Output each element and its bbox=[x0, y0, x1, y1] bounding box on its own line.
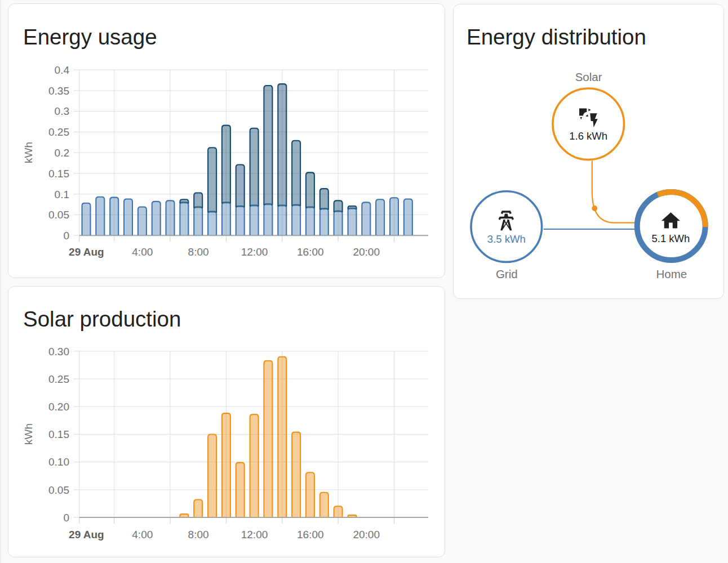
svg-text:5.1 kWh: 5.1 kWh bbox=[651, 233, 690, 244]
svg-text:0.15: 0.15 bbox=[48, 168, 69, 180]
svg-text:16:00: 16:00 bbox=[297, 246, 324, 258]
svg-text:0.15: 0.15 bbox=[48, 428, 69, 440]
svg-text:29 Aug: 29 Aug bbox=[69, 246, 104, 258]
svg-text:0.3: 0.3 bbox=[55, 105, 69, 117]
svg-text:0: 0 bbox=[63, 512, 69, 524]
svg-text:29 Aug: 29 Aug bbox=[69, 529, 104, 540]
svg-text:0.2: 0.2 bbox=[55, 147, 69, 159]
svg-text:0.20: 0.20 bbox=[48, 401, 69, 413]
svg-text:0.1: 0.1 bbox=[55, 189, 69, 200]
svg-text:3.5 kWh: 3.5 kWh bbox=[487, 233, 526, 245]
svg-text:Solar: Solar bbox=[575, 70, 602, 83]
svg-text:0: 0 bbox=[63, 230, 69, 242]
svg-text:Home: Home bbox=[656, 267, 687, 280]
svg-text:0.05: 0.05 bbox=[48, 209, 69, 221]
svg-text:12:00: 12:00 bbox=[241, 529, 268, 540]
svg-text:20:00: 20:00 bbox=[353, 529, 380, 540]
svg-text:20:00: 20:00 bbox=[353, 246, 380, 258]
svg-text:0.25: 0.25 bbox=[48, 373, 69, 385]
svg-text:8:00: 8:00 bbox=[188, 246, 209, 258]
svg-text:0.30: 0.30 bbox=[48, 346, 69, 358]
svg-text:4:00: 4:00 bbox=[132, 529, 153, 540]
svg-text:1.6 kWh: 1.6 kWh bbox=[569, 130, 607, 142]
svg-text:12:00: 12:00 bbox=[241, 246, 268, 258]
svg-text:4:00: 4:00 bbox=[132, 246, 153, 258]
svg-text:0.25: 0.25 bbox=[48, 126, 69, 138]
svg-text:0.35: 0.35 bbox=[48, 85, 69, 97]
svg-text:16:00: 16:00 bbox=[297, 529, 324, 540]
svg-text:Grid: Grid bbox=[496, 267, 518, 280]
svg-text:0.10: 0.10 bbox=[48, 456, 69, 468]
svg-text:kWh: kWh bbox=[23, 142, 34, 163]
svg-text:kWh: kWh bbox=[23, 423, 34, 445]
svg-text:0.4: 0.4 bbox=[55, 64, 70, 76]
svg-text:0.05: 0.05 bbox=[48, 484, 69, 496]
svg-text:8:00: 8:00 bbox=[188, 529, 209, 540]
